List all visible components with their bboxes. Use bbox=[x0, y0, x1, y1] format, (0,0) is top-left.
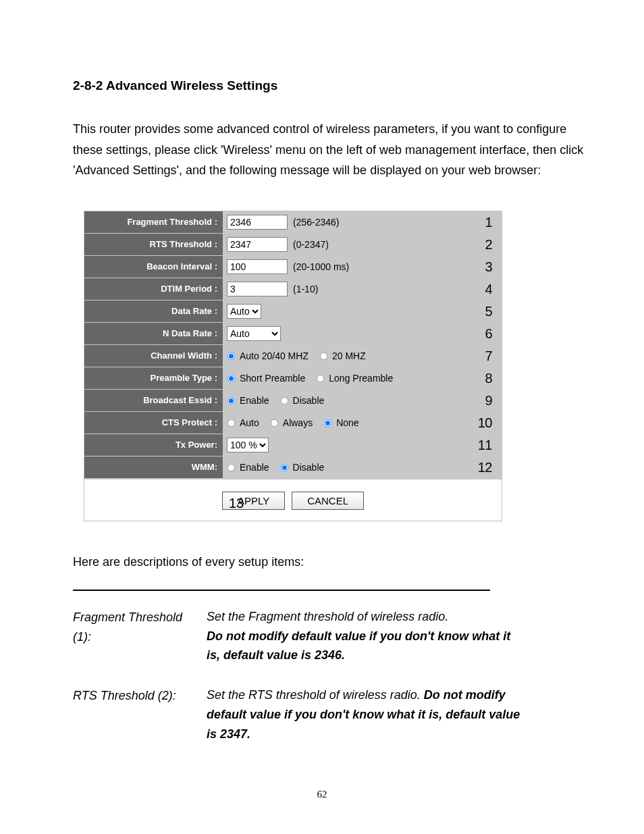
callout-8: 8 bbox=[485, 371, 498, 386]
radio-wmm-enable[interactable]: Enable bbox=[227, 462, 269, 473]
row-data-rate: Data Rate : Auto 5 bbox=[84, 301, 502, 323]
definition-rts: RTS Threshold (2): Set the RTS threshold… bbox=[73, 685, 524, 744]
callout-6: 6 bbox=[485, 326, 498, 342]
callout-12: 12 bbox=[478, 460, 498, 475]
label-fragment-threshold: Fragment Threshold : bbox=[84, 211, 223, 234]
settings-screenshot: Fragment Threshold : (256-2346) 1 RTS Th… bbox=[84, 211, 502, 521]
input-beacon-interval[interactable] bbox=[227, 259, 288, 274]
range-beacon: (20-1000 ms) bbox=[293, 261, 349, 272]
callout-10: 10 bbox=[478, 415, 498, 431]
radio-wmm-disable[interactable]: Disable bbox=[280, 462, 325, 473]
callout-1: 1 bbox=[485, 215, 498, 230]
select-n-data-rate[interactable]: Auto bbox=[227, 326, 281, 341]
select-tx-power[interactable]: 100 % bbox=[227, 438, 269, 452]
label-wmm: WMM: bbox=[84, 457, 223, 479]
descriptions-intro: Here are descriptions of every setup ite… bbox=[73, 555, 585, 569]
callout-13: 13 bbox=[229, 496, 244, 511]
radio-cts-always[interactable]: Always bbox=[270, 417, 313, 428]
radio-preamble-short[interactable]: Short Preamble bbox=[227, 373, 305, 384]
row-beacon-interval: Beacon Interval : (20-1000 ms) 3 bbox=[84, 256, 502, 278]
label-beacon-interval: Beacon Interval : bbox=[84, 256, 223, 278]
row-preamble-type: Preamble Type : Short Preamble Long Prea… bbox=[84, 367, 502, 390]
range-dtim: (1-10) bbox=[293, 284, 318, 294]
radio-bcast-enable[interactable]: Enable bbox=[227, 395, 269, 406]
input-rts-threshold[interactable] bbox=[227, 237, 288, 252]
callout-2: 2 bbox=[485, 237, 498, 253]
def-body-rts-text: Set the RTS threshold of wireless radio. bbox=[207, 688, 424, 702]
row-n-data-rate: N Data Rate : Auto 6 bbox=[84, 323, 502, 345]
def-term-rts: RTS Threshold (2): bbox=[73, 685, 194, 706]
definition-fragment: Fragment Threshold (1): Set the Fragment… bbox=[73, 607, 524, 665]
callout-9: 9 bbox=[485, 393, 498, 409]
label-broadcast-essid: Broadcast Essid : bbox=[84, 390, 223, 412]
label-data-rate: Data Rate : bbox=[84, 301, 223, 323]
callout-5: 5 bbox=[485, 304, 498, 319]
radio-preamble-long[interactable]: Long Preamble bbox=[316, 373, 393, 384]
callout-4: 4 bbox=[485, 282, 498, 297]
row-fragment-threshold: Fragment Threshold : (256-2346) 1 bbox=[84, 211, 502, 234]
def-body-fragment-text: Set the Fragment threshold of wireless r… bbox=[207, 610, 448, 623]
section-heading: 2-8-2 Advanced Wireless Settings bbox=[73, 78, 585, 93]
radio-bcast-disable[interactable]: Disable bbox=[280, 395, 325, 406]
range-fragment: (256-2346) bbox=[293, 217, 340, 228]
row-channel-width: Channel Width : Auto 20/40 MHZ 20 MHZ 7 bbox=[84, 345, 502, 367]
select-data-rate[interactable]: Auto bbox=[227, 304, 261, 319]
intro-paragraph: This router provides some advanced contr… bbox=[73, 119, 585, 181]
def-body-fragment-bold: Do not modify default value if you don't… bbox=[207, 629, 510, 662]
divider bbox=[73, 590, 490, 591]
radio-chanwidth-20[interactable]: 20 MHZ bbox=[319, 350, 366, 361]
input-dtim-period[interactable] bbox=[227, 282, 288, 296]
label-n-data-rate: N Data Rate : bbox=[84, 323, 223, 345]
callout-7: 7 bbox=[485, 348, 498, 364]
input-fragment-threshold[interactable] bbox=[227, 215, 288, 230]
def-term-fragment: Fragment Threshold (1): bbox=[73, 607, 194, 647]
callout-11: 11 bbox=[478, 438, 498, 453]
row-cts-protect: CTS Protect : Auto Always None 10 bbox=[84, 412, 502, 434]
label-cts-protect: CTS Protect : bbox=[84, 412, 223, 434]
row-tx-power: Tx Power: 100 % 11 bbox=[84, 434, 502, 457]
page-number: 62 bbox=[0, 789, 644, 800]
label-tx-power: Tx Power: bbox=[84, 434, 223, 457]
label-rts-threshold: RTS Threshold : bbox=[84, 234, 223, 256]
label-channel-width: Channel Width : bbox=[84, 345, 223, 367]
callout-3: 3 bbox=[485, 259, 498, 275]
radio-cts-auto[interactable]: Auto bbox=[227, 417, 259, 428]
radio-cts-none[interactable]: None bbox=[323, 417, 358, 428]
row-wmm: WMM: Enable Disable 12 bbox=[84, 457, 502, 479]
label-preamble-type: Preamble Type : bbox=[84, 367, 223, 390]
row-broadcast-essid: Broadcast Essid : Enable Disable 9 bbox=[84, 390, 502, 412]
range-rts: (0-2347) bbox=[293, 239, 329, 250]
radio-chanwidth-auto[interactable]: Auto 20/40 MHZ bbox=[227, 350, 308, 361]
row-dtim-period: DTIM Period : (1-10) 4 bbox=[84, 278, 502, 301]
cancel-button[interactable]: CANCEL bbox=[292, 492, 364, 510]
row-rts-threshold: RTS Threshold : (0-2347) 2 bbox=[84, 234, 502, 256]
label-dtim-period: DTIM Period : bbox=[84, 278, 223, 301]
